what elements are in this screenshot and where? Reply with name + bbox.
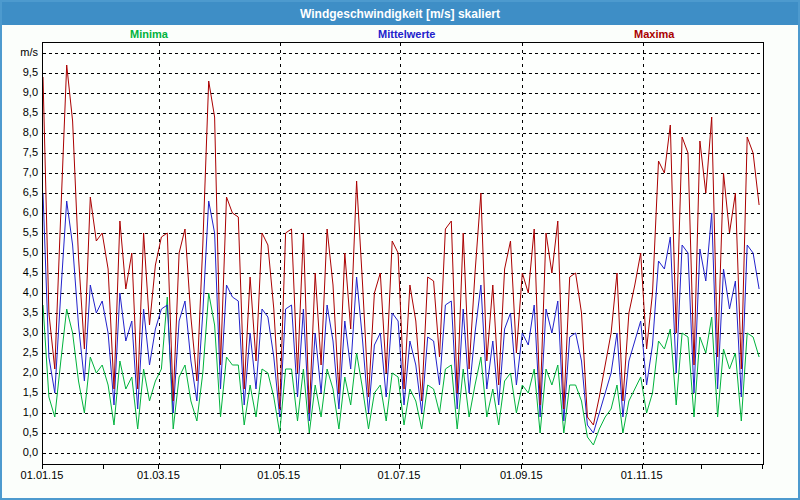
- month-tick: [701, 465, 702, 469]
- x-axis-label: 01.09.15: [500, 469, 543, 481]
- legend-minima: Minima: [130, 28, 168, 40]
- month-tick: [340, 465, 341, 469]
- x-axis-label: 01.03.15: [137, 469, 180, 481]
- y-axis-label: 3,5: [2, 306, 38, 318]
- y-axis-label: 8,0: [2, 126, 38, 138]
- month-tick: [42, 465, 43, 469]
- y-axis-label: 5,5: [2, 226, 38, 238]
- month-tick: [460, 465, 461, 469]
- x-axis-label: 01.05.15: [257, 469, 300, 481]
- legend-mittelwerte: Mittelwerte: [378, 28, 435, 40]
- y-axis-label: 7,0: [2, 166, 38, 178]
- wind-speed-chart: [43, 43, 763, 464]
- month-tick: [103, 465, 104, 469]
- window-title: Windgeschwindigkeit [m/s] skaliert: [300, 7, 500, 21]
- x-axis-label: 01.07.15: [378, 469, 421, 481]
- y-axis-label: 0,5: [2, 426, 38, 438]
- chart-window: Windgeschwindigkeit [m/s] skaliert Minim…: [0, 0, 800, 500]
- month-tick: [399, 465, 400, 469]
- y-axis-label: 5,0: [2, 246, 38, 258]
- y-axis-label: 3,0: [2, 326, 38, 338]
- y-axis-label: 4,5: [2, 266, 38, 278]
- y-axis-label: 2,0: [2, 366, 38, 378]
- month-tick: [762, 465, 763, 469]
- y-axis-label: 1,0: [2, 406, 38, 418]
- y-axis-label: 4,0: [2, 286, 38, 298]
- y-axis-label: 0,0: [2, 446, 38, 458]
- y-axis-label: 7,5: [2, 146, 38, 158]
- month-tick: [581, 465, 582, 469]
- y-axis-label: 9,0: [2, 86, 38, 98]
- x-axis-label: 01.01.15: [21, 469, 64, 481]
- month-tick: [279, 465, 280, 469]
- y-axis-unit-label: m/s: [2, 46, 38, 58]
- y-axis-label: 6,5: [2, 186, 38, 198]
- plot-area: [42, 42, 764, 465]
- x-axis-label: 01.11.15: [621, 469, 663, 481]
- y-axis-label: 9,5: [2, 66, 38, 78]
- y-axis-label: 1,5: [2, 386, 38, 398]
- y-axis-label: 6,0: [2, 206, 38, 218]
- legend-maxima: Maxima: [634, 28, 674, 40]
- month-tick: [521, 465, 522, 469]
- month-tick: [158, 465, 159, 469]
- title-bar: Windgeschwindigkeit [m/s] skaliert: [2, 2, 798, 25]
- y-axis-label: 2,5: [2, 346, 38, 358]
- y-axis-label: 8,5: [2, 106, 38, 118]
- month-tick: [220, 465, 221, 469]
- series-maxima: [43, 65, 759, 425]
- month-tick: [642, 465, 643, 469]
